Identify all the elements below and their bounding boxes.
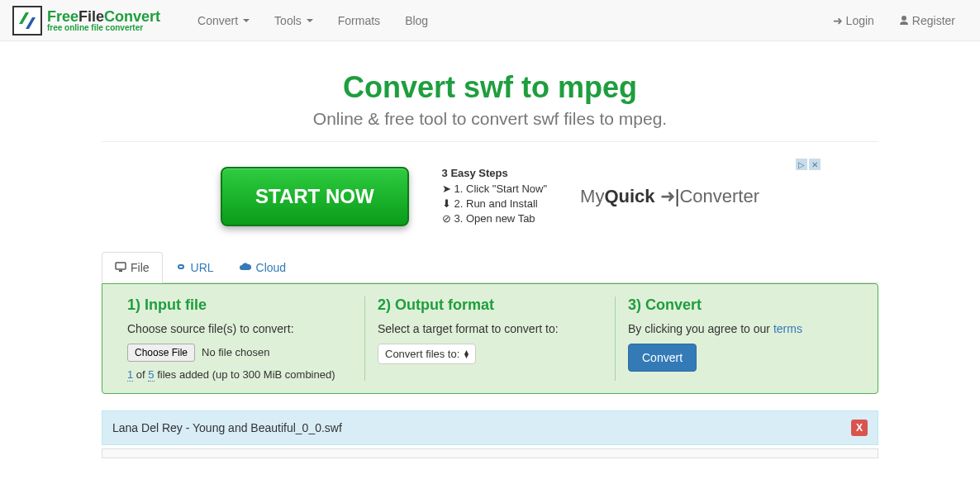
file-count-max[interactable]: 5 [148, 368, 154, 382]
page-subtitle: Online & free tool to convert swf files … [102, 109, 878, 142]
monitor-icon [115, 261, 126, 274]
ad-step-1: ➤1. Click "Start Now" [442, 182, 548, 197]
format-select-label: Convert files to: [385, 348, 459, 360]
chevron-down-icon [307, 19, 313, 22]
ad-steps-title: 3 Easy Steps [442, 167, 548, 179]
ad-close-icon[interactable]: ✕ [809, 159, 821, 170]
logo[interactable]: FreeFileConvert free online file convert… [12, 6, 160, 36]
output-prompt: Select a target format to convert to: [378, 322, 602, 335]
panel-input: 1) Input file Choose source file(s) to c… [115, 296, 365, 381]
tab-url[interactable]: URL [163, 252, 226, 283]
nav-formats[interactable]: Formats [326, 6, 392, 36]
ad-controls: ▷ ✕ [796, 159, 821, 170]
page-title: Convert swf to mpeg [102, 70, 878, 105]
tab-url-label: URL [191, 261, 214, 274]
login-icon: ➜ [833, 14, 843, 27]
file-row: Lana Del Rey - Young and Beautiful_0_0.s… [102, 410, 878, 445]
tab-cloud-label: Cloud [256, 261, 287, 274]
tab-cloud[interactable]: Cloud [226, 252, 299, 283]
logo-word-file: File [78, 8, 104, 25]
chevron-down-icon [243, 19, 250, 22]
output-heading: 2) Output format [378, 296, 602, 314]
logo-text: FreeFileConvert free online file convert… [47, 9, 160, 32]
convert-panel: 1) Input file Choose source file(s) to c… [102, 283, 878, 394]
nav-register-label: Register [912, 14, 955, 27]
file-count-current[interactable]: 1 [127, 368, 133, 382]
tab-file-label: File [131, 261, 150, 274]
file-remove-button[interactable]: X [851, 420, 868, 436]
svg-rect-2 [119, 270, 122, 272]
file-row-placeholder [102, 448, 878, 458]
no-file-label: No file chosen [202, 346, 269, 358]
tab-file[interactable]: File [102, 252, 163, 283]
logo-icon [12, 6, 42, 36]
start-now-button[interactable]: START NOW [221, 167, 409, 226]
cloud-icon [239, 261, 252, 274]
nav-items: Convert Tools Formats Blog [185, 6, 821, 36]
svg-rect-1 [116, 263, 126, 269]
input-prompt: Choose source file(s) to convert: [127, 322, 352, 335]
cursor-icon: ➤ [442, 182, 451, 197]
file-name: Lana Del Rey - Young and Beautiful_0_0.s… [112, 421, 342, 434]
logo-tagline: free online file converter [47, 24, 160, 32]
nav-register[interactable]: Register [887, 6, 968, 36]
nav-blog-label: Blog [405, 14, 428, 27]
panel-convert: 3) Convert By clicking you agree to our … [616, 296, 865, 381]
ad-steps: 3 Easy Steps ➤1. Click "Start Now" ⬇2. R… [442, 167, 548, 227]
choose-file-button[interactable]: Choose File [127, 344, 195, 362]
download-icon: ⬇ [442, 197, 451, 211]
nav-convert[interactable]: Convert [185, 6, 262, 36]
convert-heading: 3) Convert [628, 296, 853, 314]
nav-tools-label: Tools [274, 14, 302, 27]
input-heading: 1) Input file [127, 296, 352, 314]
nav-login[interactable]: ➜ Login [821, 6, 887, 36]
navbar: FreeFileConvert free online file convert… [0, 0, 980, 41]
nav-formats-label: Formats [338, 14, 380, 27]
user-icon [899, 14, 909, 27]
convert-button[interactable]: Convert [628, 344, 697, 372]
svg-point-0 [902, 16, 906, 21]
ad-step-2: ⬇2. Run and Install [442, 197, 548, 211]
ad-brand[interactable]: MyQuick ➜|Converter [580, 186, 759, 207]
nav-right: ➜ Login Register [821, 6, 968, 36]
nav-tools[interactable]: Tools [262, 6, 326, 36]
ad-info-icon[interactable]: ▷ [796, 159, 807, 170]
logo-word-free: Free [47, 8, 78, 25]
ad-banner: START NOW 3 Easy Steps ➤1. Click "Start … [159, 159, 821, 235]
nav-convert-label: Convert [197, 14, 238, 27]
select-arrows-icon: ▴▾ [464, 349, 469, 358]
source-tabs: File URL Cloud [102, 252, 878, 283]
logo-word-convert: Convert [104, 8, 160, 25]
ad-step-3: ⊘3. Open new Tab [442, 211, 548, 226]
arrow-right-icon: ➜ [660, 186, 675, 206]
file-limit: 1 of 5 files added (up to 300 MiB combin… [127, 368, 352, 381]
link-icon [175, 261, 187, 274]
terms-link[interactable]: terms [773, 322, 802, 335]
check-icon: ⊘ [442, 211, 451, 226]
agree-text: By clicking you agree to our terms [628, 322, 853, 335]
format-select[interactable]: Convert files to: ▴▾ [378, 344, 476, 364]
panel-output: 2) Output format Select a target format … [365, 296, 616, 381]
nav-login-label: Login [846, 14, 874, 27]
nav-blog[interactable]: Blog [392, 6, 440, 36]
